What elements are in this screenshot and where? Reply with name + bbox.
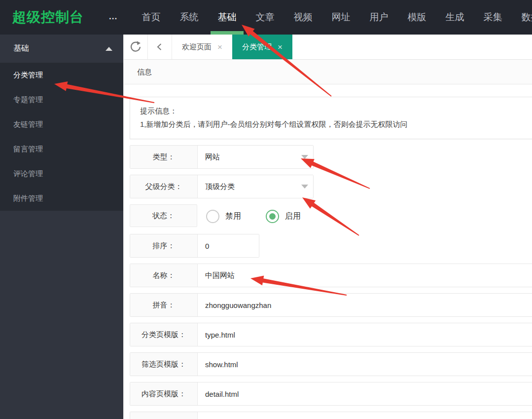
nav-item-article[interactable]: 文章 bbox=[246, 0, 284, 35]
caret-up-icon bbox=[106, 47, 112, 51]
main-area: 欢迎页面 × 分类管理 × 信息 提示信息： 1,新增加分类后，请到用户-会员组… bbox=[123, 35, 532, 419]
status-radio-enabled[interactable]: 启用 bbox=[266, 210, 301, 223]
status-label: 状态： bbox=[130, 204, 197, 227]
name-label: 名称： bbox=[130, 264, 198, 287]
clipped-row-input[interactable] bbox=[198, 412, 532, 419]
tab-category-management[interactable]: 分类管理 × bbox=[232, 35, 292, 59]
close-icon[interactable]: × bbox=[217, 43, 222, 51]
status-radio-enabled-label: 启用 bbox=[285, 211, 301, 222]
filter-template-row: 筛选页模版： show.html bbox=[130, 352, 532, 376]
name-input-value: 中国网站 bbox=[205, 271, 235, 280]
status-radio-group: 禁用 启用 bbox=[206, 204, 301, 228]
filter-template-input[interactable]: show.html bbox=[198, 353, 532, 376]
sort-row: 排序： 0 bbox=[130, 234, 259, 258]
pinyin-label: 拼音： bbox=[130, 294, 198, 316]
filter-template-label: 筛选页模版： bbox=[130, 353, 198, 376]
content-template-label: 内容页模版： bbox=[130, 382, 198, 405]
sidebar-group-label: 基础 bbox=[13, 43, 29, 54]
nav-item-system[interactable]: 系统 bbox=[170, 0, 208, 35]
nav-item-generate[interactable]: 生成 bbox=[436, 0, 474, 35]
tab-label: 欢迎页面 bbox=[182, 42, 212, 52]
tab-bar: 欢迎页面 × 分类管理 × bbox=[124, 35, 532, 60]
radio-checked-icon bbox=[266, 210, 279, 223]
tip-message-box: 提示信息： 1,新增加分类后，请到用户-会员组分别对每个组设置权限，否则会提示无… bbox=[130, 97, 532, 139]
name-row: 名称： 中国网站 bbox=[130, 264, 532, 287]
nav-more-button[interactable]: ... bbox=[109, 12, 117, 22]
chevron-left-icon bbox=[155, 42, 165, 52]
pinyin-input-value: zhongguowangzhan bbox=[205, 301, 271, 309]
tab-welcome-page[interactable]: 欢迎页面 × bbox=[172, 35, 232, 59]
radio-unchecked-icon bbox=[206, 210, 219, 223]
filter-template-input-value: show.html bbox=[205, 360, 238, 369]
tab-label: 分类管理 bbox=[242, 42, 272, 52]
sidebar-item-friendlink-management[interactable]: 友链管理 bbox=[0, 112, 123, 137]
refresh-icon bbox=[129, 40, 142, 53]
pinyin-row: 拼音： zhongguowangzhan bbox=[130, 293, 532, 317]
type-row: 类型： 网站 bbox=[130, 145, 314, 169]
info-bar: 信息 bbox=[124, 60, 532, 84]
chevron-down-icon bbox=[301, 185, 308, 189]
nav-item-video[interactable]: 视频 bbox=[284, 0, 322, 35]
admin-console-screen: 超级控制台 ... 首页 系统 基础 文章 视频 网址 用户 模版 生成 采集 … bbox=[0, 0, 532, 419]
pinyin-input[interactable]: zhongguowangzhan bbox=[198, 294, 532, 316]
form-content: 提示信息： 1,新增加分类后，请到用户-会员组分别对每个组设置权限，否则会提示无… bbox=[124, 97, 532, 419]
sort-label: 排序： bbox=[130, 234, 198, 257]
nav-item-home[interactable]: 首页 bbox=[132, 0, 170, 35]
sidebar-item-category-management[interactable]: 分类管理 bbox=[0, 63, 123, 87]
content-template-row: 内容页模版： detail.html bbox=[130, 382, 532, 406]
refresh-button[interactable] bbox=[124, 35, 148, 59]
tip-text: 1,新增加分类后，请到用户-会员组分别对每个组设置权限，否则会提示无权限访问 bbox=[140, 117, 532, 131]
nav-item-template[interactable]: 模版 bbox=[398, 0, 436, 35]
sidebar: 基础 分类管理 专题管理 友链管理 留言管理 评论管理 附件管理 bbox=[0, 35, 123, 419]
category-template-input[interactable]: type.html bbox=[198, 323, 532, 346]
content-template-input[interactable]: detail.html bbox=[198, 382, 532, 405]
nav-item-collect[interactable]: 采集 bbox=[474, 0, 512, 35]
type-select-value: 网站 bbox=[205, 152, 220, 162]
clipped-row-label bbox=[130, 412, 198, 419]
sidebar-submenu: 分类管理 专题管理 友链管理 留言管理 评论管理 附件管理 bbox=[0, 63, 123, 211]
nav-item-data[interactable]: 数据 bbox=[512, 0, 532, 35]
status-radio-disabled[interactable]: 禁用 bbox=[206, 210, 241, 223]
parent-category-select[interactable]: 顶级分类 bbox=[198, 175, 313, 198]
category-template-input-value: type.html bbox=[205, 331, 235, 339]
clipped-row bbox=[130, 412, 532, 419]
status-row: 状态： 禁用 启用 bbox=[130, 204, 532, 228]
top-nav-menu: 首页 系统 基础 文章 视频 网址 用户 模版 生成 采集 数据 bbox=[132, 0, 532, 35]
status-radio-disabled-label: 禁用 bbox=[225, 211, 241, 222]
sidebar-item-comment-management[interactable]: 评论管理 bbox=[0, 161, 123, 186]
nav-item-basic[interactable]: 基础 bbox=[208, 0, 246, 35]
back-button[interactable] bbox=[148, 35, 172, 59]
sidebar-item-message-management[interactable]: 留言管理 bbox=[0, 137, 123, 161]
sidebar-item-attachment-management[interactable]: 附件管理 bbox=[0, 186, 123, 211]
app-logo: 超级控制台 bbox=[12, 8, 84, 27]
nav-item-user[interactable]: 用户 bbox=[360, 0, 398, 35]
name-input[interactable]: 中国网站 bbox=[198, 264, 532, 287]
tip-title: 提示信息： bbox=[140, 104, 532, 117]
sidebar-group-basic[interactable]: 基础 bbox=[0, 35, 123, 63]
content-template-input-value: detail.html bbox=[205, 390, 239, 398]
sidebar-item-topic-management[interactable]: 专题管理 bbox=[0, 87, 123, 112]
nav-item-url[interactable]: 网址 bbox=[322, 0, 360, 35]
parent-category-select-value: 顶级分类 bbox=[205, 182, 235, 191]
type-select[interactable]: 网站 bbox=[198, 146, 313, 168]
top-nav-bar: 超级控制台 ... 首页 系统 基础 文章 视频 网址 用户 模版 生成 采集 … bbox=[0, 0, 532, 35]
type-label: 类型： bbox=[130, 146, 198, 168]
category-template-row: 分类页模版： type.html bbox=[130, 323, 532, 346]
sort-input[interactable]: 0 bbox=[198, 234, 259, 257]
sort-input-value: 0 bbox=[205, 242, 209, 250]
category-template-label: 分类页模版： bbox=[130, 323, 198, 346]
parent-category-row: 父级分类： 顶级分类 bbox=[130, 175, 314, 198]
close-icon[interactable]: × bbox=[278, 43, 283, 51]
parent-category-label: 父级分类： bbox=[130, 175, 198, 198]
chevron-down-icon bbox=[301, 155, 308, 159]
